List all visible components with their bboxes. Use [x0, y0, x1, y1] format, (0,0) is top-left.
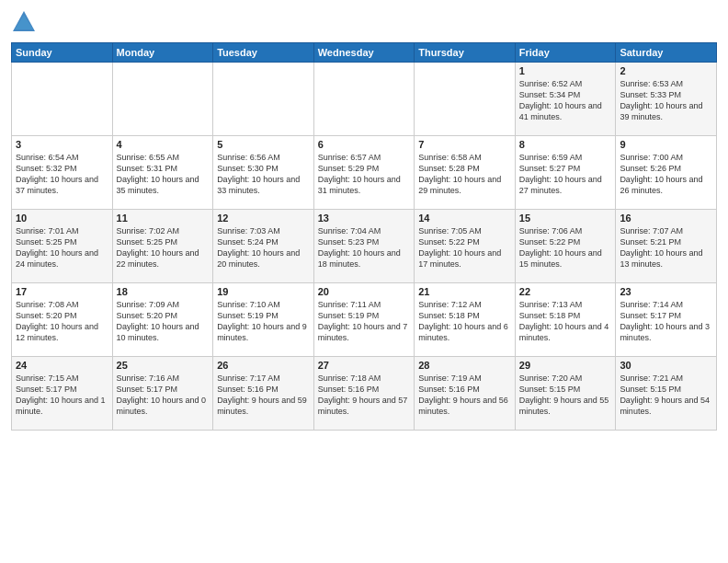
day-info: Sunrise: 6:52 AM Sunset: 5:34 PM Dayligh…	[519, 78, 612, 123]
day-info: Sunrise: 7:10 AM Sunset: 5:19 PM Dayligh…	[217, 299, 310, 344]
day-info: Sunrise: 7:16 AM Sunset: 5:17 PM Dayligh…	[117, 373, 210, 418]
day-info: Sunrise: 6:58 AM Sunset: 5:28 PM Dayligh…	[418, 152, 511, 197]
calendar-week-3: 10Sunrise: 7:01 AM Sunset: 5:25 PM Dayli…	[12, 210, 717, 283]
day-number: 29	[519, 360, 612, 371]
calendar-cell: 12Sunrise: 7:03 AM Sunset: 5:24 PM Dayli…	[213, 210, 314, 283]
day-info: Sunrise: 7:11 AM Sunset: 5:19 PM Dayligh…	[318, 299, 411, 344]
calendar-cell: 10Sunrise: 7:01 AM Sunset: 5:25 PM Dayli…	[12, 210, 113, 283]
day-number: 17	[16, 286, 108, 297]
day-number: 24	[16, 360, 108, 371]
calendar-cell: 23Sunrise: 7:14 AM Sunset: 5:17 PM Dayli…	[616, 283, 717, 357]
calendar-week-1: 1Sunrise: 6:52 AM Sunset: 5:34 PM Daylig…	[12, 63, 717, 136]
calendar-header-sunday: Sunday	[12, 43, 113, 63]
day-info: Sunrise: 7:01 AM Sunset: 5:25 PM Dayligh…	[16, 225, 108, 270]
day-info: Sunrise: 7:15 AM Sunset: 5:17 PM Dayligh…	[16, 373, 108, 418]
logo-icon	[11, 9, 37, 35]
day-number: 2	[620, 65, 712, 76]
calendar-cell: 5Sunrise: 6:56 AM Sunset: 5:30 PM Daylig…	[213, 136, 314, 210]
day-info: Sunrise: 6:57 AM Sunset: 5:29 PM Dayligh…	[318, 152, 411, 197]
calendar-cell: 18Sunrise: 7:09 AM Sunset: 5:20 PM Dayli…	[112, 283, 213, 357]
calendar-week-4: 17Sunrise: 7:08 AM Sunset: 5:20 PM Dayli…	[12, 283, 717, 357]
calendar-cell: 8Sunrise: 6:59 AM Sunset: 5:27 PM Daylig…	[515, 136, 616, 210]
calendar-header-thursday: Thursday	[415, 43, 516, 63]
calendar-cell: 14Sunrise: 7:05 AM Sunset: 5:22 PM Dayli…	[415, 210, 516, 283]
calendar-cell: 30Sunrise: 7:21 AM Sunset: 5:15 PM Dayli…	[616, 357, 717, 431]
day-info: Sunrise: 7:12 AM Sunset: 5:18 PM Dayligh…	[418, 299, 511, 344]
calendar-cell	[313, 63, 415, 136]
day-number: 7	[418, 139, 511, 150]
logo	[11, 9, 39, 35]
calendar-cell: 2Sunrise: 6:53 AM Sunset: 5:33 PM Daylig…	[616, 63, 717, 136]
calendar-header-monday: Monday	[112, 43, 213, 63]
calendar-cell: 6Sunrise: 6:57 AM Sunset: 5:29 PM Daylig…	[313, 136, 415, 210]
day-info: Sunrise: 7:05 AM Sunset: 5:22 PM Dayligh…	[418, 225, 511, 270]
day-number: 5	[217, 139, 310, 150]
day-number: 13	[318, 213, 411, 224]
calendar-header-saturday: Saturday	[616, 43, 717, 63]
day-number: 14	[418, 213, 511, 224]
calendar-week-2: 3Sunrise: 6:54 AM Sunset: 5:32 PM Daylig…	[12, 136, 717, 210]
calendar-table: SundayMondayTuesdayWednesdayThursdayFrid…	[11, 42, 717, 431]
calendar-cell: 7Sunrise: 6:58 AM Sunset: 5:28 PM Daylig…	[415, 136, 516, 210]
calendar-cell: 29Sunrise: 7:20 AM Sunset: 5:15 PM Dayli…	[515, 357, 616, 431]
day-info: Sunrise: 7:18 AM Sunset: 5:16 PM Dayligh…	[318, 373, 411, 418]
calendar-cell: 17Sunrise: 7:08 AM Sunset: 5:20 PM Dayli…	[12, 283, 113, 357]
calendar-header-tuesday: Tuesday	[213, 43, 314, 63]
day-info: Sunrise: 6:59 AM Sunset: 5:27 PM Dayligh…	[519, 152, 612, 197]
day-info: Sunrise: 7:21 AM Sunset: 5:15 PM Dayligh…	[620, 373, 712, 418]
calendar-cell: 28Sunrise: 7:19 AM Sunset: 5:16 PM Dayli…	[415, 357, 516, 431]
day-info: Sunrise: 7:09 AM Sunset: 5:20 PM Dayligh…	[117, 299, 210, 344]
day-info: Sunrise: 6:54 AM Sunset: 5:32 PM Dayligh…	[16, 152, 108, 197]
day-info: Sunrise: 6:56 AM Sunset: 5:30 PM Dayligh…	[217, 152, 310, 197]
day-info: Sunrise: 7:04 AM Sunset: 5:23 PM Dayligh…	[318, 225, 411, 270]
calendar-cell: 27Sunrise: 7:18 AM Sunset: 5:16 PM Dayli…	[313, 357, 415, 431]
calendar-cell: 22Sunrise: 7:13 AM Sunset: 5:18 PM Dayli…	[515, 283, 616, 357]
calendar-cell: 20Sunrise: 7:11 AM Sunset: 5:19 PM Dayli…	[313, 283, 415, 357]
calendar-cell	[12, 63, 113, 136]
day-number: 28	[418, 360, 511, 371]
day-info: Sunrise: 6:55 AM Sunset: 5:31 PM Dayligh…	[117, 152, 210, 197]
day-info: Sunrise: 7:20 AM Sunset: 5:15 PM Dayligh…	[519, 373, 612, 418]
day-number: 30	[620, 360, 712, 371]
day-number: 4	[117, 139, 210, 150]
calendar-cell: 1Sunrise: 6:52 AM Sunset: 5:34 PM Daylig…	[515, 63, 616, 136]
day-number: 27	[318, 360, 411, 371]
day-number: 11	[117, 213, 210, 224]
calendar-header-friday: Friday	[515, 43, 616, 63]
calendar-body: 1Sunrise: 6:52 AM Sunset: 5:34 PM Daylig…	[12, 63, 717, 431]
calendar-cell	[112, 63, 213, 136]
day-number: 25	[117, 360, 210, 371]
day-number: 19	[217, 286, 310, 297]
day-number: 9	[620, 139, 712, 150]
calendar-cell: 26Sunrise: 7:17 AM Sunset: 5:16 PM Dayli…	[213, 357, 314, 431]
day-number: 18	[117, 286, 210, 297]
day-info: Sunrise: 7:03 AM Sunset: 5:24 PM Dayligh…	[217, 225, 310, 270]
calendar-cell: 24Sunrise: 7:15 AM Sunset: 5:17 PM Dayli…	[12, 357, 113, 431]
day-info: Sunrise: 6:53 AM Sunset: 5:33 PM Dayligh…	[620, 78, 712, 123]
calendar-cell: 11Sunrise: 7:02 AM Sunset: 5:25 PM Dayli…	[112, 210, 213, 283]
calendar-cell: 13Sunrise: 7:04 AM Sunset: 5:23 PM Dayli…	[313, 210, 415, 283]
page: SundayMondayTuesdayWednesdayThursdayFrid…	[0, 0, 728, 563]
day-info: Sunrise: 7:00 AM Sunset: 5:26 PM Dayligh…	[620, 152, 712, 197]
header	[11, 9, 717, 35]
day-number: 21	[418, 286, 511, 297]
calendar-cell: 3Sunrise: 6:54 AM Sunset: 5:32 PM Daylig…	[12, 136, 113, 210]
calendar-header-row: SundayMondayTuesdayWednesdayThursdayFrid…	[12, 43, 717, 63]
day-info: Sunrise: 7:14 AM Sunset: 5:17 PM Dayligh…	[620, 299, 712, 344]
day-info: Sunrise: 7:13 AM Sunset: 5:18 PM Dayligh…	[519, 299, 612, 344]
day-number: 26	[217, 360, 310, 371]
day-number: 16	[620, 213, 712, 224]
day-number: 23	[620, 286, 712, 297]
day-info: Sunrise: 7:06 AM Sunset: 5:22 PM Dayligh…	[519, 225, 612, 270]
day-number: 6	[318, 139, 411, 150]
calendar-cell	[415, 63, 516, 136]
day-info: Sunrise: 7:17 AM Sunset: 5:16 PM Dayligh…	[217, 373, 310, 418]
day-info: Sunrise: 7:07 AM Sunset: 5:21 PM Dayligh…	[620, 225, 712, 270]
day-number: 22	[519, 286, 612, 297]
day-number: 10	[16, 213, 108, 224]
day-number: 1	[519, 65, 612, 76]
day-info: Sunrise: 7:19 AM Sunset: 5:16 PM Dayligh…	[418, 373, 511, 418]
calendar-cell: 21Sunrise: 7:12 AM Sunset: 5:18 PM Dayli…	[415, 283, 516, 357]
svg-marker-1	[15, 15, 33, 29]
day-number: 20	[318, 286, 411, 297]
